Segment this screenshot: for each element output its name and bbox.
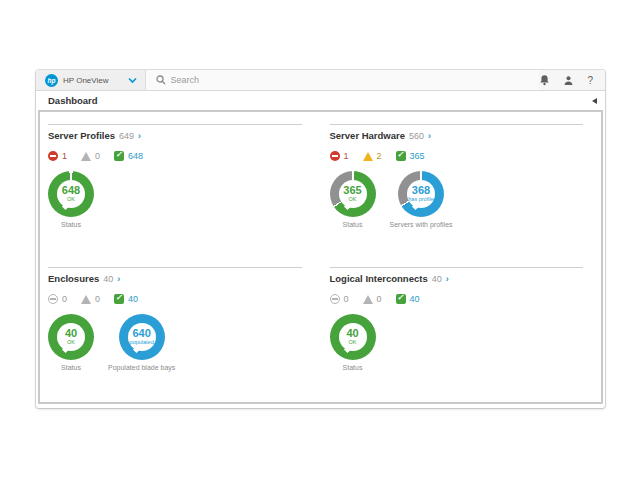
donut-label: Status	[61, 364, 81, 371]
warning-count: 2	[377, 151, 382, 161]
donut-sublabel: OK	[67, 196, 75, 203]
status-critical[interactable]: 0	[330, 294, 349, 304]
panel-count: 560	[409, 131, 424, 141]
critical-count: 1	[344, 151, 349, 161]
blade-bays-donut-chart[interactable]: 640 populated	[119, 314, 165, 360]
panel-count: 40	[432, 274, 442, 284]
donut-center: 368 has profile	[407, 180, 435, 208]
donut-label: Status	[343, 364, 363, 371]
status-warning[interactable]: 2	[363, 151, 382, 161]
critical-count: 0	[62, 294, 67, 304]
status-donut-chart[interactable]: 365 OK	[330, 171, 376, 217]
ok-icon	[114, 294, 124, 304]
ok-icon	[114, 151, 124, 161]
panel-logical-interconnects-link[interactable]: Logical Interconnects 40 ›	[330, 273, 584, 284]
panel-server-profiles-link[interactable]: Server Profiles 649 ›	[48, 130, 302, 141]
collapse-panel-arrow-icon[interactable]	[592, 98, 597, 104]
search-input[interactable]	[171, 75, 391, 85]
critical-icon	[48, 294, 58, 304]
panel-server-hardware: Server Hardware 560 › 1 2 365	[330, 124, 584, 267]
status-donut-chart[interactable]: 648 OK	[48, 171, 94, 217]
status-warning[interactable]: 0	[81, 151, 100, 161]
page-header: Dashboard	[36, 91, 605, 110]
status-critical[interactable]: 1	[48, 151, 67, 161]
warning-icon	[81, 295, 91, 304]
critical-icon	[330, 151, 340, 161]
donut-value: 40	[65, 328, 77, 339]
dashboard-grid: Server Profiles 649 › 1 0 648	[38, 110, 603, 404]
donut-center: 648 OK	[57, 180, 85, 208]
panel-link-arrow-icon: ›	[446, 274, 449, 284]
status-ok[interactable]: 648	[114, 151, 143, 161]
panel-logical-interconnects: Logical Interconnects 40 › 0 0 40	[330, 267, 584, 402]
donut-center: 640 populated	[128, 323, 156, 351]
donut-sublabel: OK	[67, 339, 75, 346]
ok-icon	[396, 151, 406, 161]
status-ok[interactable]: 40	[114, 294, 138, 304]
status-donut-group[interactable]: 648 OK Status	[48, 171, 94, 228]
status-ok[interactable]: 365	[396, 151, 425, 161]
status-summary-row: 0 0 40	[330, 293, 584, 304]
ok-count: 365	[410, 151, 425, 161]
warning-icon	[363, 295, 373, 304]
blade-bays-donut-group[interactable]: 640 populated Populated blade bays	[108, 314, 175, 371]
critical-count: 0	[344, 294, 349, 304]
status-donut-chart[interactable]: 40 OK	[48, 314, 94, 360]
donut-sublabel: OK	[349, 196, 357, 203]
ok-icon	[396, 294, 406, 304]
status-summary-row: 0 0 40	[48, 293, 302, 304]
panel-title: Server Hardware	[330, 130, 406, 141]
panel-title: Enclosures	[48, 273, 99, 284]
status-donut-group[interactable]: 40 OK Status	[330, 314, 376, 371]
donut-row: 365 OK Status 368 has profile Servers wi…	[330, 171, 584, 228]
notifications-bell-icon[interactable]	[539, 74, 550, 86]
hp-logo-icon: hp	[45, 74, 58, 87]
search-icon	[156, 75, 166, 85]
warning-icon	[81, 152, 91, 161]
panel-title: Server Profiles	[48, 130, 115, 141]
donut-sublabel: has profile	[408, 196, 433, 203]
help-icon[interactable]: ?	[587, 75, 593, 86]
status-donut-chart[interactable]: 40 OK	[330, 314, 376, 360]
donut-value: 648	[62, 185, 80, 196]
panel-server-profiles: Server Profiles 649 › 1 0 648	[48, 124, 302, 267]
donut-value: 640	[132, 328, 150, 339]
panel-server-hardware-link[interactable]: Server Hardware 560 ›	[330, 130, 584, 141]
panel-title: Logical Interconnects	[330, 273, 428, 284]
status-critical[interactable]: 0	[48, 294, 67, 304]
panel-enclosures-link[interactable]: Enclosures 40 ›	[48, 273, 302, 284]
status-critical[interactable]: 1	[330, 151, 349, 161]
donut-center: 365 OK	[339, 180, 367, 208]
search-bar[interactable]	[146, 70, 540, 90]
chevron-down-icon[interactable]	[128, 77, 137, 84]
product-name: HP OneView	[63, 76, 109, 85]
critical-count: 1	[62, 151, 67, 161]
status-warning[interactable]: 0	[81, 294, 100, 304]
warning-icon	[363, 152, 373, 161]
donut-label: Servers with profiles	[390, 221, 453, 228]
status-donut-group[interactable]: 40 OK Status	[48, 314, 94, 371]
product-menu[interactable]: hp HP OneView	[36, 70, 145, 90]
donut-sublabel: OK	[349, 339, 357, 346]
profiles-donut-chart[interactable]: 368 has profile	[398, 171, 444, 217]
topbar-icons: ?	[539, 74, 605, 86]
critical-icon	[330, 294, 340, 304]
status-summary-row: 1 2 365	[330, 150, 584, 161]
panel-link-arrow-icon: ›	[117, 274, 120, 284]
donut-value: 40	[346, 328, 358, 339]
panel-count: 40	[103, 274, 113, 284]
status-ok[interactable]: 40	[396, 294, 420, 304]
donut-label: Status	[343, 221, 363, 228]
user-account-icon[interactable]	[563, 75, 574, 86]
profiles-donut-group[interactable]: 368 has profile Servers with profiles	[390, 171, 453, 228]
warning-count: 0	[377, 294, 382, 304]
donut-center: 40 OK	[339, 323, 367, 351]
donut-value: 368	[412, 185, 430, 196]
donut-center: 40 OK	[57, 323, 85, 351]
warning-count: 0	[95, 151, 100, 161]
donut-row: 648 OK Status	[48, 171, 302, 228]
status-donut-group[interactable]: 365 OK Status	[330, 171, 376, 228]
panel-link-arrow-icon: ›	[428, 131, 431, 141]
donut-row: 40 OK Status 640 populated Populated bla…	[48, 314, 302, 371]
status-warning[interactable]: 0	[363, 294, 382, 304]
